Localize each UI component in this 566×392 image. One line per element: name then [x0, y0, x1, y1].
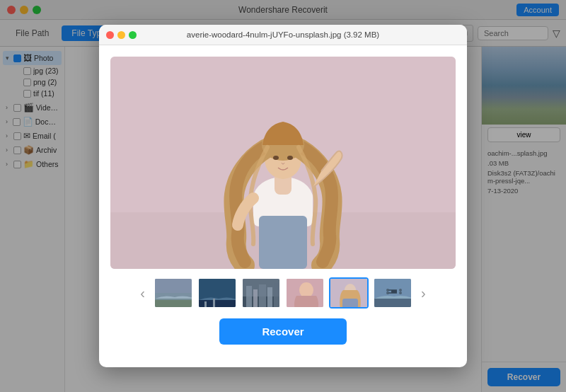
thumbnail-5[interactable]	[329, 277, 369, 309]
thumb-fill-2	[199, 279, 236, 307]
svg-rect-4	[259, 216, 307, 269]
thumb-svg-6	[374, 279, 412, 309]
svg-rect-21	[259, 284, 266, 307]
svg-rect-19	[246, 286, 252, 307]
svg-rect-29	[342, 299, 358, 309]
thumb-fill-4	[287, 279, 323, 307]
modal-overlay: averie-woodard-4nulm-jUYFo-unsplash.jpg …	[0, 0, 566, 392]
modal-min-dot[interactable]	[117, 31, 125, 39]
svg-point-8	[273, 156, 279, 160]
svg-rect-31	[374, 299, 412, 309]
thumb-svg-3	[243, 279, 281, 309]
thumbnail-1[interactable]	[154, 277, 193, 309]
svg-point-36	[399, 289, 402, 292]
preview-modal: averie-woodard-4nulm-jUYFo-unsplash.jpg …	[99, 25, 467, 367]
thumb-fill-1	[155, 279, 192, 307]
thumb-fill-6	[374, 279, 411, 307]
thumbnail-2[interactable]	[197, 277, 237, 309]
modal-dots	[106, 31, 137, 39]
recover-button-modal[interactable]: Recover	[219, 318, 346, 345]
thumbnail-4[interactable]	[285, 277, 325, 309]
modal-image-container	[110, 57, 456, 269]
modal-title: averie-woodard-4nulm-jUYFo-unsplash.jpg …	[187, 30, 379, 39]
thumbnail-3[interactable]	[241, 277, 281, 309]
svg-point-9	[287, 156, 293, 160]
svg-point-35	[386, 289, 389, 292]
thumb-svg-4	[287, 279, 325, 309]
svg-rect-22	[267, 287, 272, 307]
svg-point-38	[399, 292, 402, 294]
svg-rect-20	[253, 289, 258, 307]
prev-thumbnail-button[interactable]: ‹	[136, 282, 149, 304]
thumb-fill-5	[330, 279, 367, 307]
thumb-svg-2	[199, 279, 237, 309]
svg-rect-16	[213, 299, 215, 307]
next-thumbnail-button[interactable]: ›	[417, 282, 430, 304]
svg-rect-15	[204, 301, 207, 307]
modal-max-dot[interactable]	[129, 31, 137, 39]
modal-header: averie-woodard-4nulm-jUYFo-unsplash.jpg …	[99, 25, 467, 45]
modal-close-dot[interactable]	[106, 31, 114, 39]
thumb-svg-5	[330, 279, 369, 309]
thumb-svg-1	[155, 279, 193, 309]
svg-point-25	[299, 282, 313, 298]
thumbnail-6[interactable]	[373, 277, 412, 309]
modal-body: ‹	[99, 45, 467, 367]
thumb-fill-3	[243, 279, 279, 307]
svg-rect-23	[274, 283, 280, 307]
svg-point-37	[386, 292, 389, 294]
modal-footer: Recover	[110, 318, 456, 356]
thumbnail-strip: ‹	[110, 277, 456, 309]
svg-rect-11	[155, 299, 193, 309]
preview-svg	[110, 57, 456, 269]
